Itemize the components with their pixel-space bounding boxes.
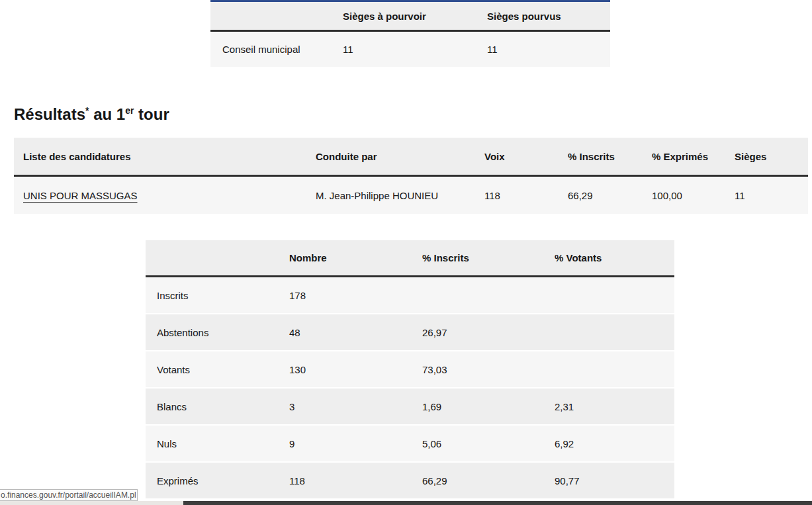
row-pct-votants: 6,92 — [543, 426, 674, 461]
table-row: Blancs 3 1,69 2,31 — [146, 389, 674, 426]
row-pct-inscrits — [411, 277, 543, 313]
page-title: Résultats* au 1er tour — [14, 103, 169, 126]
row-pct-votants: 2,31 — [543, 389, 674, 424]
row-label: Abstentions — [146, 314, 278, 350]
results-header-voix: Voix — [475, 138, 559, 175]
table-row: UNIS POUR MASSUGAS M. Jean-Philippe HOUN… — [14, 177, 808, 214]
row-pct-votants: 90,77 — [543, 463, 674, 498]
taskbar-search-area[interactable] — [0, 501, 183, 505]
taskbar-dark-area[interactable] — [183, 501, 812, 505]
results-table: Liste des candidatures Conduite par Voix… — [14, 138, 808, 214]
seats-table: Sièges à pourvoir Sièges pourvus Conseil… — [210, 0, 610, 67]
seats-row-a-pourvoir: 11 — [331, 32, 475, 67]
participation-table-header-row: Nombre % Inscrits % Votants — [146, 240, 674, 277]
row-nombre: 48 — [278, 314, 411, 350]
page-title-main: Résultats — [14, 105, 85, 123]
results-row-pct-inscrits: 66,29 — [559, 177, 643, 214]
row-pct-inscrits: 26,97 — [411, 314, 543, 350]
results-row-pct-exprimes: 100,00 — [643, 177, 725, 214]
table-row: Conseil municipal 11 11 — [210, 32, 610, 67]
row-nombre: 130 — [278, 351, 411, 387]
row-label: Votants — [146, 351, 278, 387]
row-label: Nuls — [146, 426, 278, 461]
row-label: Inscrits — [146, 277, 278, 313]
participation-header-pct-votants: % Votants — [543, 240, 674, 275]
participation-header-nombre: Nombre — [278, 240, 411, 275]
status-url-text: o.finances.gouv.fr/portail/accueilIAM.pl — [1, 490, 136, 500]
taskbar[interactable] — [0, 501, 812, 505]
results-header-pct-inscrits: % Inscrits — [559, 138, 643, 175]
table-row: Inscrits 178 — [146, 277, 674, 314]
row-nombre: 3 — [278, 389, 411, 424]
seats-row-label: Conseil municipal — [210, 32, 331, 67]
results-row-sieges: 11 — [725, 177, 808, 214]
results-header-sieges: Sièges — [725, 138, 808, 175]
row-nombre: 118 — [278, 463, 411, 498]
row-nombre: 178 — [278, 277, 411, 313]
results-header-conduite: Conduite par — [306, 138, 475, 175]
row-label: Blancs — [146, 389, 278, 424]
participation-table: Nombre % Inscrits % Votants Inscrits 178… — [146, 240, 674, 500]
table-row: Exprimés 118 66,29 90,77 — [146, 463, 674, 500]
results-header-pct-exprimes: % Exprimés — [643, 138, 725, 175]
row-nombre: 9 — [278, 426, 411, 461]
row-pct-inscrits: 66,29 — [411, 463, 543, 498]
seats-table-header-row: Sièges à pourvoir Sièges pourvus — [210, 2, 610, 32]
page-title-ordinal: er — [125, 105, 134, 116]
seats-header-a-pourvoir: Sièges à pourvoir — [331, 2, 475, 30]
browser-status-bar: o.finances.gouv.fr/portail/accueilIAM.pl — [0, 489, 138, 501]
page-title-mid: au 1 — [89, 105, 126, 123]
table-row: Abstentions 48 26,97 — [146, 314, 674, 351]
row-pct-inscrits: 5,06 — [411, 426, 543, 461]
row-pct-inscrits: 1,69 — [411, 389, 543, 424]
results-row-voix: 118 — [475, 177, 559, 214]
row-pct-votants — [543, 314, 674, 350]
row-label: Exprimés — [146, 463, 278, 498]
participation-header-pct-inscrits: % Inscrits — [411, 240, 543, 275]
page-title-end: tour — [134, 105, 169, 123]
row-pct-votants — [543, 277, 674, 313]
participation-header-empty — [146, 240, 278, 275]
row-pct-inscrits: 73,03 — [411, 351, 543, 387]
results-row-conduite: M. Jean-Philippe HOUNIEU — [306, 177, 475, 214]
results-header-liste: Liste des candidatures — [14, 138, 306, 175]
results-row-liste-cell: UNIS POUR MASSUGAS — [14, 177, 306, 214]
results-table-header-row: Liste des candidatures Conduite par Voix… — [14, 138, 808, 177]
row-pct-votants — [543, 351, 674, 387]
seats-row-pourvus: 11 — [475, 32, 610, 67]
seats-header-empty — [210, 2, 331, 30]
candidate-list-link[interactable]: UNIS POUR MASSUGAS — [23, 190, 138, 201]
table-row: Nuls 9 5,06 6,92 — [146, 426, 674, 463]
table-row: Votants 130 73,03 — [146, 351, 674, 389]
seats-header-pourvus: Sièges pourvus — [475, 2, 610, 30]
